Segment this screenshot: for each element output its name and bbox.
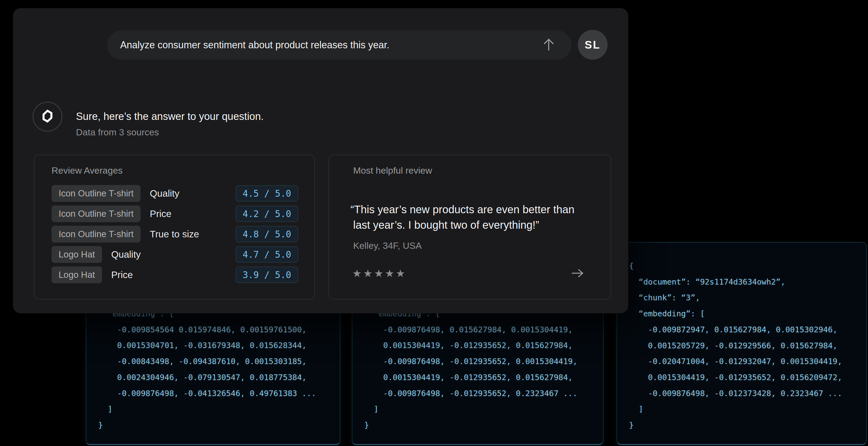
next-review-button[interactable]	[568, 266, 587, 281]
metric-label: True to size	[150, 229, 199, 240]
product-tag: Logo Hat	[52, 266, 102, 283]
product-tag: Logo Hat	[52, 246, 102, 263]
arrow-up-icon	[542, 38, 555, 52]
assistant-card: Analyze consumer sentiment about product…	[13, 8, 628, 313]
score-badge: 4.7 / 5.0	[236, 246, 298, 263]
embedding-json-right: { “document”: “92s1174d3634owh2”, “chunk…	[617, 242, 866, 433]
product-tag: Icon Outline T-shirt	[52, 205, 141, 222]
most-helpful-review-card: Most helpful review “This year’s new pro…	[329, 155, 611, 299]
metric-label: Quality	[111, 249, 141, 260]
screen: { "query_bar": { "text": "Analyze consum…	[0, 0, 868, 446]
score-badge: 4.8 / 5.0	[236, 226, 298, 242]
reviewer-info: Kelley, 34F, USA	[353, 240, 589, 251]
review-row: Logo Hat Quality 4.7 / 5.0	[52, 246, 298, 263]
review-row: Icon Outline T-shirt Quality 4.5 / 5.0	[52, 185, 298, 202]
review-averages-card: Review Averages Icon Outline T-shirt Qua…	[34, 155, 315, 299]
arrow-right-icon	[570, 268, 584, 279]
product-tag: Icon Outline T-shirt	[52, 185, 141, 202]
assistant-logo	[33, 102, 62, 131]
user-avatar[interactable]: SL	[578, 30, 608, 60]
score-badge: 4.2 / 5.0	[236, 206, 298, 222]
metric-label: Quality	[150, 188, 179, 199]
review-row: Icon Outline T-shirt Price 4.2 / 5.0	[52, 205, 298, 222]
submit-query-button[interactable]	[539, 35, 558, 55]
assistant-message: Sure, here’s the answer to your question…	[76, 111, 264, 122]
query-text: Analyze consumer sentiment about product…	[120, 39, 390, 51]
metric-label: Price	[111, 269, 133, 280]
review-row: Logo Hat Price 3.9 / 5.0	[52, 266, 298, 283]
score-badge: 4.5 / 5.0	[236, 185, 298, 202]
avatar-initials: SL	[585, 39, 600, 51]
hex-mark-icon	[40, 108, 55, 125]
score-badge: 3.9 / 5.0	[236, 267, 298, 283]
query-input[interactable]: Analyze consumer sentiment about product…	[107, 30, 571, 60]
assistant-sources-meta: Data from 3 sources	[76, 127, 159, 138]
metric-label: Price	[150, 208, 172, 219]
review-row: Icon Outline T-shirt True to size 4.8 / …	[52, 226, 298, 242]
star-rating: ★★★★★	[352, 267, 407, 279]
product-tag: Icon Outline T-shirt	[52, 226, 141, 242]
embedding-panel-right: { “document”: “92s1174d3634owh2”, “chunk…	[617, 242, 867, 445]
most-helpful-review-title: Most helpful review	[353, 165, 589, 176]
review-rows: Icon Outline T-shirt Quality 4.5 / 5.0 I…	[52, 185, 298, 283]
review-quote: “This year’s new products are even bette…	[353, 202, 589, 233]
review-averages-title: Review Averages	[52, 165, 298, 176]
